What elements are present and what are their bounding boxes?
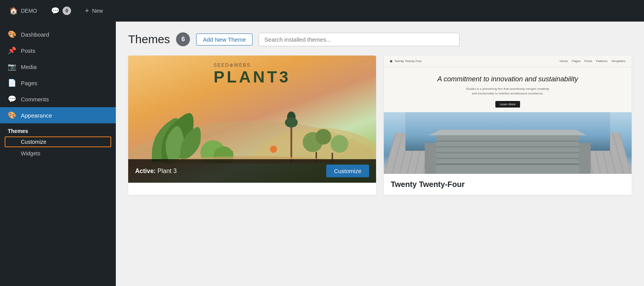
page-title: Themes (128, 33, 170, 46)
comment-icon: 💬 (51, 7, 59, 15)
home-icon: 🏠 (9, 7, 18, 15)
plus-icon: + (85, 7, 89, 15)
themes-section-label: Themes (0, 123, 116, 136)
page-header: Themes 6 Add New Theme (128, 32, 632, 46)
admin-comments-link[interactable]: 💬 0 (48, 5, 74, 17)
main-layout: 🎨 Dashboard 📌 Posts 📷 Media 📄 Pages 💬 Co… (0, 22, 644, 286)
media-icon: 📷 (8, 62, 16, 71)
ttf-learn-more-btn[interactable]: Learn More (495, 101, 520, 108)
admin-bar: 🏠 DEMO 💬 0 + New (0, 0, 644, 22)
sidebar-item-appearance[interactable]: 🎨 Appearance (0, 107, 116, 123)
sidebar-sub-widgets[interactable]: Widgets (0, 148, 116, 159)
sidebar-item-pages[interactable]: 📄 Pages (0, 75, 116, 91)
ttf-hero-sub: Études is a pioneering firm that seamles… (465, 87, 550, 96)
admin-home-link[interactable]: 🏠 DEMO (6, 5, 40, 17)
ttf-theme-footer: Twenty Twenty-Four (384, 174, 632, 195)
sidebar-item-posts[interactable]: 📌 Posts (0, 42, 116, 59)
new-label: New (92, 8, 103, 14)
sidebar-item-comments[interactable]: 💬 Comments (0, 91, 116, 107)
customize-label: Customize (21, 139, 46, 145)
sidebar-item-label: Comments (21, 96, 49, 103)
comments-icon: 💬 (8, 95, 16, 103)
sidebar-item-dashboard[interactable]: 🎨 Dashboard (0, 26, 116, 42)
sidebar-item-label: Pages (21, 80, 37, 86)
customize-button[interactable]: Customize (326, 165, 369, 177)
theme-card-plant3[interactable]: SEED⊕WEBS PLANT3 (128, 56, 376, 195)
ttf-hero-title: A commitment to innovation and sustainab… (390, 75, 625, 84)
admin-new-link[interactable]: + New (82, 5, 106, 17)
main-content: Themes 6 Add New Theme SEED⊕WEBS PLANT3 (116, 22, 644, 286)
theme-count-badge: 6 (176, 32, 190, 46)
search-themes-input[interactable] (259, 33, 459, 46)
svg-point-9 (285, 118, 298, 128)
pages-icon: 📄 (8, 79, 16, 87)
widgets-label: Widgets (21, 150, 41, 156)
sidebar: 🎨 Dashboard 📌 Posts 📷 Media 📄 Pages 💬 Co… (0, 22, 116, 286)
dashboard-icon: 🎨 (8, 30, 16, 39)
ttf-nav-links: Home Pages Posts Patterns Templates (560, 59, 625, 63)
plant3-brand: SEED⊕WEBS (214, 62, 290, 68)
themes-grid: SEED⊕WEBS PLANT3 (128, 56, 632, 195)
ttf-nav-dot (390, 60, 392, 62)
comment-count-badge: 0 (63, 7, 71, 15)
sidebar-sub-customize[interactable]: Customize (5, 136, 111, 147)
ttf-art: Twenty Twenty Four Home Pages Posts Patt… (384, 56, 632, 174)
add-new-theme-button[interactable]: Add New Theme (196, 34, 252, 45)
sidebar-item-label: Appearance (21, 112, 52, 119)
ttf-thumbnail: Twenty Twenty Four Home Pages Posts Patt… (384, 56, 632, 174)
ttf-building-art (384, 112, 632, 174)
plant3-thumbnail: SEED⊕WEBS PLANT3 (128, 56, 376, 183)
theme-card-twentytwentyfour[interactable]: Twenty Twenty Four Home Pages Posts Patt… (384, 56, 632, 195)
sidebar-item-label: Dashboard (21, 31, 49, 38)
ttf-hero: A commitment to innovation and sustainab… (384, 67, 632, 112)
svg-point-10 (270, 146, 277, 153)
svg-point-4 (330, 135, 348, 153)
site-name: DEMO (21, 8, 37, 14)
ttf-site-name: Twenty Twenty Four (394, 59, 422, 63)
plant3-theme-footer: Active: Plant 3 Customize (128, 159, 376, 183)
appearance-icon: 🎨 (8, 111, 16, 119)
ttf-theme-name: Twenty Twenty-Four (391, 180, 464, 189)
svg-marker-23 (429, 130, 587, 135)
svg-point-3 (315, 129, 331, 145)
sidebar-item-label: Posts (21, 47, 36, 54)
sidebar-item-label: Media (21, 64, 37, 70)
posts-icon: 📌 (8, 46, 16, 55)
active-theme-label: Active: Plant 3 (135, 168, 177, 175)
ttf-nav: Twenty Twenty Four Home Pages Posts Patt… (384, 56, 632, 67)
sidebar-item-media[interactable]: 📷 Media (0, 59, 116, 75)
